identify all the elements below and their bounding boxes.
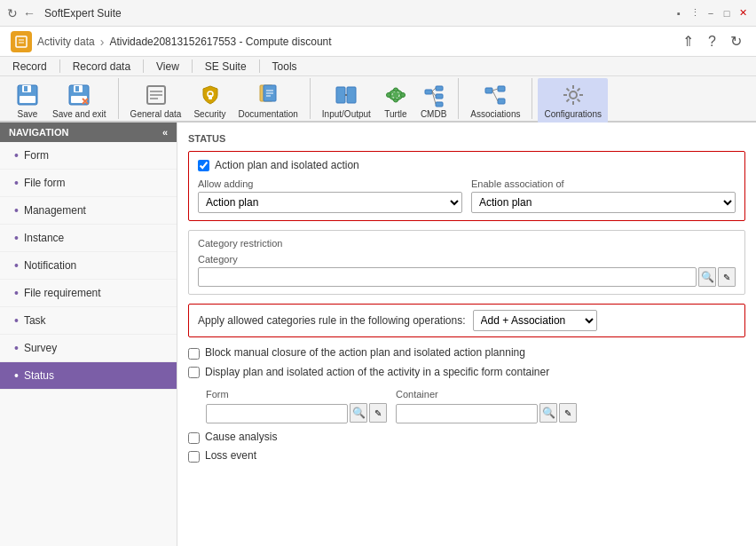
cause-analysis-row: Cause analysis	[188, 431, 745, 444]
form-clear-button[interactable]: ✎	[369, 403, 387, 423]
svg-rect-41	[498, 86, 505, 91]
configurations-icon	[561, 83, 586, 107]
body: NAVIGATION « Form File form Management I…	[0, 123, 756, 546]
documentation-button[interactable]: Documentation	[232, 78, 304, 123]
sidebar-item-task[interactable]: Task	[0, 307, 177, 335]
action-plan-header: Action plan and isolated action	[198, 159, 736, 171]
action-plan-checkbox[interactable]	[198, 160, 209, 171]
svg-line-52	[577, 89, 579, 91]
menu-record[interactable]: Record	[0, 57, 59, 75]
container-search-button[interactable]: 🔍	[539, 403, 557, 423]
display-plan-sub-form: Form 🔍 ✎ Container 🔍 ✎	[206, 389, 577, 423]
puzzle-icon[interactable]: ▪	[673, 7, 685, 20]
container-clear-button[interactable]: ✎	[559, 403, 577, 423]
close-button[interactable]: ✕	[736, 7, 749, 20]
svg-rect-10	[75, 86, 79, 91]
associations-button[interactable]: Associations	[464, 78, 526, 123]
sidebar-item-form[interactable]: Form	[0, 142, 177, 170]
refresh-page-icon[interactable]: ↻	[727, 31, 745, 51]
allow-adding-col: Allow adding Action plan Isolated action…	[198, 178, 462, 213]
sidebar-item-file-requirement[interactable]: File requirement	[0, 280, 177, 307]
configurations-button[interactable]: Configurations	[538, 78, 607, 123]
allow-adding-select[interactable]: Action plan Isolated action Both	[198, 192, 462, 213]
more-icon[interactable]: ⋮	[689, 7, 701, 20]
loss-event-checkbox[interactable]	[188, 451, 200, 463]
menu-record-data[interactable]: Record data	[60, 57, 143, 75]
documentation-icon	[256, 83, 280, 107]
back-icon[interactable]: ←	[23, 6, 35, 20]
save-exit-button[interactable]: Save and exit	[46, 78, 113, 123]
save-exit-label: Save and exit	[52, 109, 106, 119]
refresh-icon[interactable]: ↻	[7, 6, 18, 20]
enable-assoc-label: Enable association of	[471, 178, 736, 189]
toolbar-group-view: Input/Output Turtle	[311, 78, 460, 119]
toolbar-group-record-data: General data Security	[119, 78, 311, 119]
sidebar-item-survey[interactable]: Survey	[0, 335, 177, 362]
sidebar-item-instance[interactable]: Instance	[0, 225, 177, 252]
svg-rect-18	[209, 95, 212, 99]
collapse-sidebar-icon[interactable]: «	[162, 127, 168, 138]
sidebar-item-notification[interactable]: Notification	[0, 252, 177, 280]
category-section: Category restriction Category 🔍 ✎	[188, 230, 745, 295]
menu-se-suite[interactable]: SE Suite	[193, 57, 259, 75]
save-button[interactable]: Save	[9, 78, 46, 123]
svg-rect-42	[498, 99, 505, 104]
cmdb-button[interactable]: CMDB	[414, 78, 453, 123]
input-output-button[interactable]: Input/Output	[316, 78, 377, 123]
breadcrumb-root[interactable]: Activity data	[37, 36, 95, 48]
container-input-row: 🔍 ✎	[396, 402, 577, 423]
minimize-button[interactable]: −	[705, 7, 717, 20]
menu-view[interactable]: View	[144, 57, 192, 75]
svg-rect-6	[24, 86, 28, 91]
category-input-row: 🔍 ✎	[198, 267, 736, 287]
svg-rect-36	[436, 102, 443, 107]
turtle-label: Turtle	[384, 109, 406, 119]
svg-line-44	[492, 91, 498, 101]
configurations-label: Configurations	[544, 109, 601, 119]
category-input[interactable]	[198, 267, 697, 287]
titlebar-left: ↻ ← SoftExpert Suite	[7, 6, 122, 20]
sidebar-item-label-notification: Notification	[24, 259, 76, 272]
svg-point-29	[386, 93, 390, 98]
general-data-label: General data	[130, 109, 182, 119]
block-manual-closure-row: Block manual closure of the action plan …	[188, 346, 745, 360]
security-button[interactable]: Security	[187, 78, 232, 123]
sidebar-item-label-file-requirement: File requirement	[24, 287, 101, 299]
window-controls: ▪ ⋮ − □ ✕	[673, 7, 749, 20]
svg-point-45	[570, 91, 577, 99]
cause-analysis-checkbox[interactable]	[188, 432, 200, 444]
block-manual-closure-checkbox[interactable]	[188, 348, 200, 360]
svg-rect-40	[485, 88, 492, 93]
form-input[interactable]	[206, 404, 348, 423]
general-data-button[interactable]: General data	[124, 78, 188, 123]
svg-line-51	[577, 99, 579, 102]
sidebar-item-file-form[interactable]: File form	[0, 170, 177, 197]
action-plan-selects: Allow adding Action plan Isolated action…	[198, 178, 736, 213]
titlebar-title: SoftExpert Suite	[44, 7, 122, 20]
maximize-button[interactable]: □	[721, 7, 733, 20]
turtle-button[interactable]: Turtle	[377, 78, 414, 123]
save-label: Save	[18, 109, 38, 119]
input-output-label: Input/Output	[322, 109, 371, 119]
svg-rect-34	[436, 86, 443, 91]
category-clear-button[interactable]: ✎	[718, 267, 736, 287]
svg-line-37	[432, 88, 436, 91]
sidebar-item-management[interactable]: Management	[0, 197, 177, 225]
svg-rect-5	[20, 96, 35, 103]
container-label: Container	[396, 389, 577, 400]
svg-rect-25	[347, 87, 356, 103]
enable-assoc-select[interactable]: Action plan Isolated action Both	[471, 192, 736, 213]
container-input[interactable]	[396, 404, 538, 423]
display-plan-checkbox[interactable]	[188, 367, 200, 378]
display-plan-label: Display plan and isolated action of the …	[205, 366, 549, 378]
sidebar-item-status[interactable]: Status	[0, 362, 177, 390]
apply-rule-label: Apply allowed categories rule in the fol…	[198, 314, 466, 327]
sidebar-item-label-instance: Instance	[24, 232, 64, 244]
help-icon[interactable]: ?	[705, 31, 720, 51]
save-exit-icon	[67, 83, 91, 107]
category-search-button[interactable]: 🔍	[698, 267, 716, 287]
menu-tools[interactable]: Tools	[260, 57, 310, 75]
form-search-button[interactable]: 🔍	[350, 403, 367, 423]
apply-rule-select[interactable]: Add + Association Add only Association o…	[473, 310, 597, 331]
collapse-icon[interactable]: ⇑	[679, 31, 697, 51]
